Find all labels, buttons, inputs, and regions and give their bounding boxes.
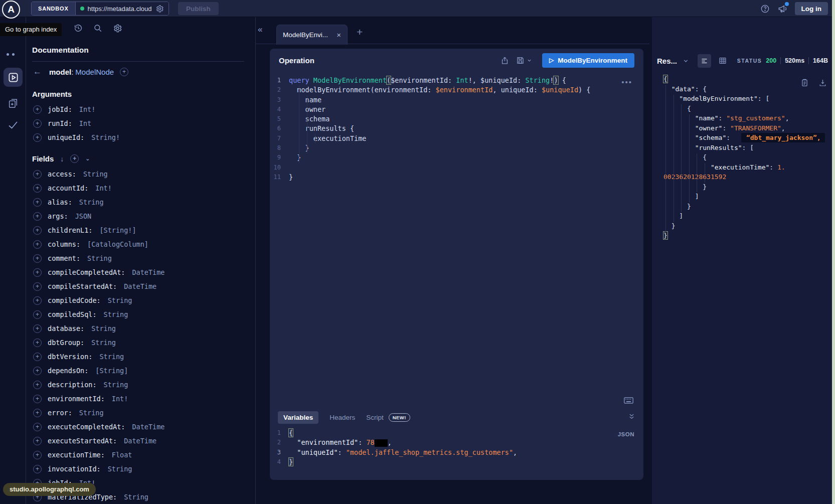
field-row[interactable]: +invocationId:String — [26, 462, 255, 476]
collapse-panel-double-chevron-icon[interactable] — [628, 413, 635, 420]
add-field-icon[interactable]: + — [33, 105, 42, 114]
add-field-icon[interactable]: + — [33, 367, 42, 375]
add-field-icon[interactable]: + — [33, 212, 42, 221]
add-all-fields-icon[interactable]: + — [70, 154, 79, 163]
save-icon[interactable] — [516, 56, 525, 65]
field-row[interactable]: +compileStartedAt:DateTime — [26, 279, 255, 293]
field-row[interactable]: +columns:[CatalogColumn] — [26, 237, 255, 251]
back-arrow-icon[interactable]: ← — [33, 67, 43, 77]
close-tab-icon[interactable]: × — [337, 31, 341, 39]
field-type: [String!] — [99, 226, 136, 234]
field-row[interactable]: +error:String — [26, 406, 255, 420]
field-row[interactable]: +dbtVersion:String — [26, 350, 255, 364]
add-field-icon[interactable]: + — [33, 184, 42, 193]
login-button[interactable]: Log in — [795, 2, 828, 15]
code-line: } — [663, 231, 830, 241]
field-row[interactable]: +args:JSON — [26, 209, 255, 223]
operation-editor[interactable]: 1query ModelByEnvironment($environmentId… — [270, 72, 643, 182]
field-row[interactable]: +alias:String — [26, 195, 255, 209]
add-field-icon[interactable]: + — [33, 133, 42, 142]
field-row[interactable]: +jobId:Int! — [26, 102, 255, 116]
sidebar-item-explorer[interactable] — [4, 68, 23, 87]
chevron-down-icon[interactable]: ⌄ — [85, 155, 90, 162]
share-icon[interactable] — [500, 56, 509, 65]
keyboard-shortcuts-icon[interactable] — [624, 397, 633, 404]
announcements-megaphone-icon[interactable] — [777, 4, 787, 14]
field-row[interactable]: +description:String — [26, 378, 255, 392]
settings-gear-icon[interactable] — [113, 24, 122, 33]
apollo-logo[interactable]: A — [2, 1, 20, 19]
add-field-icon[interactable]: + — [33, 119, 42, 128]
tab-script[interactable]: Script — [366, 411, 384, 424]
notification-dot — [785, 2, 789, 6]
field-type: String! — [91, 133, 120, 141]
add-field-icon[interactable]: + — [33, 437, 42, 445]
field-row[interactable]: +dependsOn:[String] — [26, 364, 255, 378]
checkmark-icon — [7, 119, 19, 131]
endpoint-url-input[interactable]: https://metadata.cloud.get — [88, 5, 152, 13]
field-row[interactable]: +executionTime:Float — [26, 448, 255, 462]
field-row[interactable]: +dbtGroup:String — [26, 335, 255, 350]
new-tab-icon[interactable]: + — [357, 26, 363, 38]
response-duration: 520ms — [785, 57, 804, 64]
tab-modelbyenvironment[interactable]: ModelByEnvi... × — [276, 25, 348, 45]
history-icon[interactable] — [74, 24, 83, 33]
collapse-sidebar-icon[interactable]: « — [258, 25, 262, 35]
add-field-icon[interactable]: + — [33, 339, 42, 347]
help-icon[interactable] — [760, 4, 770, 14]
add-field-icon[interactable]: + — [33, 395, 42, 403]
add-field-icon[interactable]: + — [33, 282, 42, 291]
tab-headers[interactable]: Headers — [329, 411, 355, 424]
add-field-icon[interactable]: + — [33, 296, 42, 305]
add-field-icon[interactable]: + — [33, 465, 42, 473]
field-row[interactable]: +runId:Int — [26, 116, 255, 130]
add-field-icon[interactable]: + — [33, 324, 42, 333]
variables-editor[interactable]: 1{2 "environmentId": 78,3 "uniqueId": "m… — [270, 428, 643, 467]
add-field-icon[interactable]: + — [33, 381, 42, 389]
add-field-icon[interactable]: + — [33, 254, 42, 263]
field-row[interactable]: +childrenL1:[String!] — [26, 223, 255, 237]
field-row[interactable]: +environmentId:Int! — [26, 392, 255, 406]
add-field-icon[interactable]: + — [33, 409, 42, 417]
field-type: Int! — [79, 105, 96, 113]
response-body: { "data": { "modelByEnvironment": [ { "n… — [652, 73, 835, 241]
response-dropdown-chevron-icon[interactable] — [683, 58, 689, 64]
add-field-icon[interactable]: + — [33, 423, 42, 431]
run-operation-button[interactable]: ▷ ModelByEnvironment — [542, 53, 634, 68]
field-name: error: — [48, 409, 72, 417]
add-type-icon[interactable]: + — [120, 68, 128, 76]
field-row[interactable]: +access:String — [26, 167, 255, 181]
field-name: dbtGroup: — [48, 339, 84, 347]
sidebar-item-checklist[interactable] — [4, 115, 23, 134]
add-field-icon[interactable]: + — [33, 170, 42, 179]
field-row[interactable]: +compiledCode:String — [26, 293, 255, 307]
add-field-icon[interactable]: + — [33, 310, 42, 319]
field-type: String — [104, 310, 128, 318]
endpoint-settings-gear-icon[interactable] — [155, 5, 164, 13]
graph-index-icon[interactable] — [7, 53, 15, 56]
view-table-toggle[interactable] — [716, 54, 729, 68]
publish-button[interactable]: Publish — [178, 2, 219, 15]
add-field-icon[interactable]: + — [33, 268, 42, 277]
sort-fields-icon[interactable]: ↓ — [60, 155, 64, 163]
add-field-icon[interactable]: + — [33, 198, 42, 207]
type-link[interactable]: ModelNode — [75, 68, 114, 76]
docs-panel-title: Documentation — [32, 46, 244, 62]
search-icon[interactable] — [93, 24, 102, 33]
field-row[interactable]: +database:String — [26, 321, 255, 335]
save-chevron-down-icon[interactable] — [527, 58, 532, 63]
field-row[interactable]: +uniqueId:String! — [26, 130, 255, 144]
field-row[interactable]: +executeCompletedAt:DateTime — [26, 420, 255, 434]
add-field-icon[interactable]: + — [33, 240, 42, 249]
view-raw-toggle[interactable] — [698, 54, 711, 68]
tab-variables[interactable]: Variables — [278, 411, 318, 424]
add-field-icon[interactable]: + — [33, 353, 42, 361]
field-row[interactable]: +comment:String — [26, 251, 255, 265]
field-row[interactable]: +compileCompletedAt:DateTime — [26, 265, 255, 279]
add-field-icon[interactable]: + — [33, 226, 42, 235]
field-row[interactable]: +accountId:Int! — [26, 181, 255, 195]
field-row[interactable]: +compiledSql:String — [26, 307, 255, 321]
field-row[interactable]: +executeStartedAt:DateTime — [26, 434, 255, 448]
sidebar-item-collections[interactable] — [4, 94, 23, 113]
add-field-icon[interactable]: + — [33, 451, 42, 459]
